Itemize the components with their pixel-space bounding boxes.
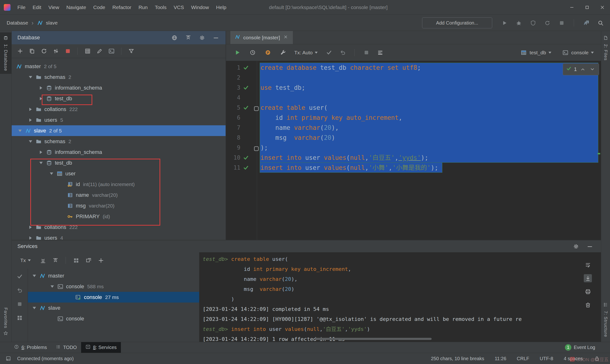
print-icon[interactable] — [584, 287, 592, 296]
gear-icon[interactable] — [572, 242, 580, 250]
minimize-button[interactable] — [564, 0, 580, 15]
tool-strip-database-tab[interactable]: 1: Database — [0, 32, 12, 74]
services-tree-item-slave[interactable]: slave — [28, 302, 199, 313]
parameters-icon[interactable]: P — [264, 49, 272, 57]
editor-line-1[interactable]: 1create database test_db character set u… — [226, 63, 601, 73]
services-button[interactable]: 8: Services — [81, 342, 121, 353]
db-tree-item-test_db[interactable]: test_db — [12, 157, 226, 168]
db-tree-item-schemas[interactable]: schemas2 — [12, 136, 226, 147]
edit-icon[interactable] — [95, 47, 104, 55]
chevron-right-icon[interactable] — [37, 97, 46, 100]
db-tree-item-slave[interactable]: slave2 of 5 — [12, 125, 226, 136]
caret-position[interactable]: 11:26 — [495, 356, 506, 361]
chevron-down-icon[interactable] — [15, 130, 25, 132]
minimize-icon[interactable] — [212, 34, 220, 42]
menu-code[interactable]: Code — [90, 0, 109, 14]
db-tree-item-users[interactable]: users4 — [12, 233, 226, 240]
line-ending-indicator[interactable]: CRLF — [517, 356, 529, 361]
add-icon[interactable] — [97, 256, 105, 264]
editor-line-7[interactable]: 7 name varchar(20), — [226, 123, 601, 133]
squares-icon[interactable] — [72, 256, 80, 264]
scroll-end-icon[interactable] — [584, 274, 592, 282]
tool-strip-favorites-tab[interactable]: Favorites — [0, 305, 12, 340]
add-configuration-button[interactable]: Add Configuration... — [422, 17, 492, 28]
editor-line-2[interactable]: 2 — [226, 73, 601, 83]
clear-icon[interactable] — [584, 301, 592, 309]
db-tree-item-msg[interactable]: msgvarchar(20) — [12, 200, 226, 211]
add-icon[interactable] — [16, 47, 24, 55]
db-tree-item-collations[interactable]: collations222 — [12, 104, 226, 115]
chevron-down-icon[interactable] — [37, 162, 46, 164]
editor-line-5[interactable]: 5create table user( — [226, 103, 601, 113]
db-tree-item-primary[interactable]: PRIMARY(id) — [12, 211, 226, 222]
previous-match-button[interactable] — [579, 66, 586, 73]
close-tab-icon[interactable] — [283, 34, 288, 41]
db-tree-item-schemas[interactable]: schemas2 — [12, 72, 226, 82]
output-icon[interactable] — [376, 49, 384, 57]
chevron-down-icon[interactable] — [26, 140, 35, 143]
editor-line-6[interactable]: 6 id int primary key auto_increment, — [226, 113, 601, 123]
breadcrumb-slave[interactable]: slave — [46, 20, 58, 26]
commit-check-icon[interactable] — [16, 272, 24, 280]
db-tree-item-master[interactable]: master2 of 5 — [12, 61, 226, 72]
statement-marker-icon[interactable] — [253, 145, 259, 151]
maximize-button[interactable] — [580, 0, 595, 15]
breadcrumb-database[interactable]: Database — [7, 20, 28, 26]
encoding-indicator[interactable]: UTF-8 — [540, 356, 553, 361]
search-icon[interactable] — [596, 19, 605, 27]
db-tree-item-collations[interactable]: collations222 — [12, 222, 226, 233]
tool-strip-structure-tab[interactable]: 7: Structure — [601, 299, 610, 340]
next-match-button[interactable] — [589, 66, 596, 73]
services-tree-item-master[interactable]: master — [28, 270, 199, 281]
float-mode-icon[interactable] — [84, 256, 93, 264]
copy-icon[interactable] — [28, 47, 36, 55]
stop-gray-icon[interactable] — [16, 300, 24, 308]
db-tree-item-id[interactable]: idint(11) (auto increment) — [12, 179, 226, 190]
console-icon[interactable] — [107, 47, 115, 55]
refresh-icon[interactable] — [40, 47, 48, 55]
services-tree-item-console[interactable]: console — [28, 313, 199, 324]
history-icon[interactable] — [248, 49, 257, 57]
horizontal-scrollbar[interactable] — [315, 338, 432, 340]
collapse-all-icon[interactable] — [184, 34, 192, 42]
menu-file[interactable]: File — [14, 0, 29, 14]
menu-view[interactable]: View — [45, 0, 63, 14]
translate-icon[interactable]: A — [582, 19, 590, 27]
chevron-right-icon[interactable] — [26, 118, 35, 122]
rollback-icon[interactable] — [16, 286, 24, 294]
squares-icon[interactable] — [16, 314, 24, 322]
grid-icon[interactable] — [83, 47, 92, 55]
toolwindow-toggle-icon[interactable] — [5, 355, 12, 362]
sync-icon[interactable] — [52, 47, 60, 55]
services-tx-selector[interactable]: Tx — [20, 258, 31, 263]
globe-icon[interactable] — [170, 34, 178, 42]
debug-icon[interactable] — [515, 19, 523, 27]
stop-gray-icon[interactable] — [557, 19, 566, 27]
editor-line-11[interactable]: 11insert into user values(null,'小舞','小舞是… — [226, 163, 601, 173]
db-tree-item-users[interactable]: users5 — [12, 115, 226, 125]
editor-body[interactable]: 1create database test_db character set u… — [226, 61, 601, 240]
editor-line-3[interactable]: 3use test_db; — [226, 83, 601, 93]
statement-marker-icon[interactable] — [253, 104, 259, 111]
services-tree-item-console[interactable]: console588 ms — [28, 281, 199, 292]
chevron-down-icon[interactable] — [26, 76, 35, 78]
chevron-right-icon[interactable] — [37, 151, 46, 154]
chevron-right-icon[interactable] — [26, 108, 35, 111]
menu-help[interactable]: Help — [213, 0, 230, 14]
indent-indicator[interactable]: 4 spaces — [564, 356, 583, 361]
chevron-right-icon[interactable] — [26, 226, 35, 229]
tool-strip-files-tab[interactable]: 2: Files — [601, 32, 610, 63]
run-disabled-icon[interactable] — [500, 19, 508, 27]
editor-line-8[interactable]: 8 msg varchar(20) — [226, 133, 601, 143]
menu-tools[interactable]: Tools — [151, 0, 170, 14]
menu-window[interactable]: Window — [188, 0, 213, 14]
db-tree-item-test_db[interactable]: test_db — [12, 93, 226, 104]
problems-button[interactable]: 6: Problems — [10, 342, 51, 353]
services-tree-item-console[interactable]: console27 ms — [28, 292, 199, 302]
editor-line-9[interactable]: 9); — [226, 143, 601, 153]
chevron-down-icon[interactable] — [48, 286, 57, 288]
editor-line-4[interactable]: 4 — [226, 93, 601, 103]
event-log-button[interactable]: 1 Event Log — [561, 342, 599, 353]
gear-icon[interactable] — [198, 34, 206, 42]
commit-check-icon[interactable] — [325, 49, 333, 57]
